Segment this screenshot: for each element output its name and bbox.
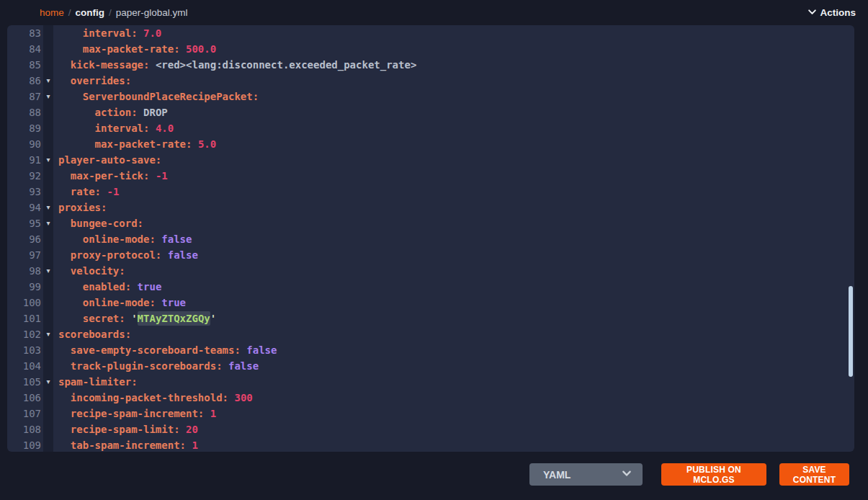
code-line: 83 interval: 7.0 — [7, 25, 854, 41]
line-number: 83 — [7, 25, 41, 41]
code-text[interactable]: incoming-packet-threshold: 300 — [53, 390, 854, 406]
code-line: 102▾scoreboards: — [7, 326, 854, 342]
fold-arrow-icon: ▾ — [46, 219, 50, 227]
code-line: 86▾ overrides: — [7, 73, 854, 89]
code-text[interactable]: player-auto-save: — [53, 152, 854, 168]
fold-gutter — [43, 279, 53, 295]
line-number: 99 — [7, 279, 41, 295]
breadcrumb-home-link[interactable]: home — [40, 7, 64, 18]
code-text[interactable]: velocity: — [53, 263, 854, 279]
fold-arrow-icon: ▾ — [46, 203, 50, 211]
fold-gutter[interactable]: ▾ — [43, 326, 53, 342]
code-text[interactable]: enabled: true — [53, 279, 854, 295]
yaml-value: 5.0 — [198, 138, 216, 150]
yaml-key: online-mode: — [83, 233, 156, 245]
line-number: 97 — [7, 247, 41, 263]
yaml-value: false — [161, 233, 192, 245]
fold-arrow-icon: ▾ — [46, 330, 50, 338]
topbar: home / config / paper-global.yml Actions — [0, 0, 868, 25]
fold-gutter — [43, 358, 53, 374]
fold-gutter — [43, 437, 53, 452]
code-text[interactable]: interval: 7.0 — [53, 25, 854, 41]
fold-arrow-icon: ▾ — [46, 76, 50, 84]
code-text[interactable]: recipe-spam-increment: 1 — [53, 406, 854, 421]
yaml-value: -1 — [156, 170, 168, 182]
fold-gutter — [43, 168, 53, 184]
code-text[interactable]: recipe-spam-limit: 20 — [53, 421, 854, 437]
fold-gutter[interactable]: ▾ — [43, 73, 53, 89]
fold-gutter — [43, 184, 53, 200]
code-text[interactable]: online-mode: true — [53, 295, 854, 311]
yaml-value: DROP — [143, 107, 168, 118]
fold-gutter — [43, 231, 53, 247]
code-lines: 83 interval: 7.084 max-packet-rate: 500.… — [7, 25, 854, 452]
code-text[interactable]: spam-limiter: — [53, 374, 854, 390]
code-text[interactable]: proxy-protocol: false — [53, 247, 854, 263]
code-text[interactable]: action: DROP — [53, 104, 854, 120]
code-text[interactable]: rate: -1 — [53, 184, 854, 200]
breadcrumb-separator: / — [68, 7, 71, 18]
code-line: 107 recipe-spam-increment: 1 — [7, 406, 854, 421]
yaml-key: save-empty-scoreboard-teams: — [71, 344, 241, 356]
code-text[interactable]: scoreboards: — [53, 326, 854, 342]
code-line: 87▾ ServerboundPlaceRecipePacket: — [7, 89, 854, 104]
code-line: 97 proxy-protocol: false — [7, 247, 854, 263]
fold-gutter — [43, 136, 53, 152]
actions-menu-button[interactable]: Actions — [807, 7, 856, 19]
code-text[interactable]: proxies: — [53, 200, 854, 215]
fold-gutter — [43, 390, 53, 406]
fold-gutter — [43, 25, 53, 41]
yaml-value: 7.0 — [143, 27, 161, 39]
code-line: 98▾ velocity: — [7, 263, 854, 279]
code-text[interactable]: interval: 4.0 — [53, 120, 854, 136]
fold-gutter[interactable]: ▾ — [43, 215, 53, 231]
code-text[interactable]: max-packet-rate: 500.0 — [53, 41, 854, 57]
code-text[interactable]: secret: 'MTAyZTQxZGQy' — [53, 311, 854, 326]
code-text[interactable]: kick-message: <red><lang:disconnect.exce… — [53, 57, 854, 73]
code-line: 84 max-packet-rate: 500.0 — [7, 41, 854, 57]
code-line: 85 kick-message: <red><lang:disconnect.e… — [7, 57, 854, 73]
code-text[interactable]: max-packet-rate: 5.0 — [53, 136, 854, 152]
fold-gutter[interactable]: ▾ — [43, 200, 53, 215]
code-text[interactable]: ServerboundPlaceRecipePacket: — [53, 89, 854, 104]
code-text[interactable]: overrides: — [53, 73, 854, 89]
code-line: 95▾ bungee-cord: — [7, 215, 854, 231]
yaml-value: true — [161, 297, 186, 308]
fold-gutter[interactable]: ▾ — [43, 263, 53, 279]
breadcrumb-config-link[interactable]: config — [76, 7, 105, 18]
format-select[interactable]: YAML — [529, 463, 643, 486]
fold-gutter — [43, 342, 53, 358]
line-number: 86 — [7, 73, 41, 89]
code-text[interactable]: tab-spam-increment: 1 — [53, 437, 854, 452]
save-button[interactable]: SAVE CONTENT — [779, 463, 849, 486]
publish-button[interactable]: PUBLISH ON MCLO.GS — [661, 463, 766, 486]
code-line: 103 save-empty-scoreboard-teams: false — [7, 342, 854, 358]
yaml-value: 20 — [186, 424, 198, 435]
yaml-value: true — [138, 281, 162, 293]
line-number: 85 — [7, 57, 41, 73]
format-select-value: YAML — [543, 469, 571, 481]
fold-arrow-icon: ▾ — [46, 92, 50, 100]
code-text[interactable]: bungee-cord: — [53, 215, 854, 231]
yaml-value: 500.0 — [186, 43, 216, 55]
code-editor[interactable]: 83 interval: 7.084 max-packet-rate: 500.… — [7, 25, 854, 452]
code-line: 88 action: DROP — [7, 104, 854, 120]
code-text[interactable]: online-mode: false — [53, 231, 854, 247]
code-text[interactable]: save-empty-scoreboard-teams: false — [53, 342, 854, 358]
code-text[interactable]: max-per-tick: -1 — [53, 168, 854, 184]
yaml-value: false — [228, 360, 259, 372]
yaml-key: online-mode: — [83, 297, 156, 308]
line-number: 101 — [7, 311, 41, 326]
breadcrumb: home / config / paper-global.yml — [40, 7, 188, 18]
code-line: 109 tab-spam-increment: 1 — [7, 437, 854, 452]
yaml-key: bungee-cord: — [71, 218, 143, 229]
code-text[interactable]: track-plugin-scoreboards: false — [53, 358, 854, 374]
yaml-key: incoming-packet-threshold: — [71, 392, 228, 403]
fold-gutter[interactable]: ▾ — [43, 374, 53, 390]
fold-gutter[interactable]: ▾ — [43, 89, 53, 104]
line-number: 87 — [7, 89, 41, 104]
fold-gutter[interactable]: ▾ — [43, 152, 53, 168]
yaml-value: -1 — [107, 186, 119, 197]
code-line: 92 max-per-tick: -1 — [7, 168, 854, 184]
code-line: 96 online-mode: false — [7, 231, 854, 247]
